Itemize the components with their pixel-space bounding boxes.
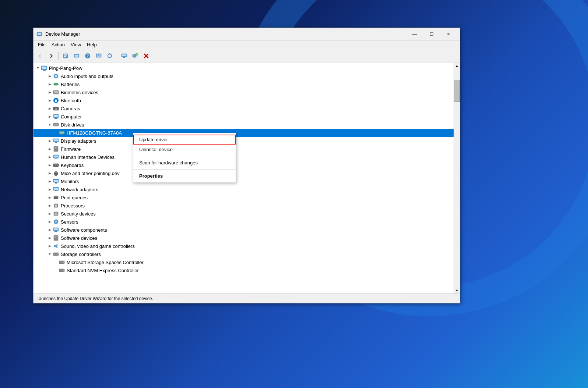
tree-item-sound[interactable]: ▶ Sound, video and game controllers — [34, 242, 454, 250]
tree-item-nvm[interactable]: Standard NVM Express Controller — [34, 266, 454, 274]
svg-rect-68 — [54, 196, 57, 197]
window-controls: — ☐ ✕ — [406, 28, 457, 40]
disk-expand[interactable]: ▼ — [47, 122, 53, 128]
sw-components-expand[interactable]: ▶ — [47, 227, 53, 233]
tree-item-biometric[interactable]: ▶ Biometric devices — [34, 88, 454, 96]
hfm-expand — [53, 130, 59, 136]
tree-root[interactable]: ▼ Ping-Pang-Pow — [34, 64, 454, 72]
tree-panel[interactable]: ▼ Ping-Pang-Pow ▶ — [34, 63, 454, 293]
remove-button[interactable] — [141, 51, 151, 61]
batteries-icon — [53, 81, 59, 87]
display-button[interactable] — [119, 51, 129, 61]
tree-item-firmware[interactable]: ▶ Firmware — [34, 145, 454, 153]
svg-rect-77 — [54, 228, 58, 230]
tree-item-print[interactable]: ▶ Print queues — [34, 193, 454, 202]
minimize-button[interactable]: — — [406, 28, 423, 40]
tree-item-sw-components[interactable]: ▶ Software components — [34, 226, 454, 234]
display-expand[interactable]: ▶ — [47, 138, 53, 144]
ctx-update-driver[interactable]: Update driver — [133, 135, 236, 145]
tree-item-hid[interactable]: ▶ Human Interface Devices — [34, 153, 454, 161]
keyboards-expand[interactable]: ▶ — [47, 162, 53, 168]
close-button[interactable]: ✕ — [440, 28, 457, 40]
tree-item-disk[interactable]: ▼ Disk drives — [34, 121, 454, 129]
tree-item-processors[interactable]: ▶ Processors — [34, 202, 454, 210]
sensors-expand[interactable]: ▶ — [47, 219, 53, 225]
tree-item-bluetooth[interactable]: ▶ ʙ Bluetooth — [34, 96, 454, 104]
svg-point-24 — [55, 75, 57, 77]
tree-item-cameras[interactable]: ▶ Cameras — [34, 104, 454, 113]
tree-item-mice[interactable]: ▶ Mice and other pointing dev — [34, 169, 454, 177]
tree-item-monitors[interactable]: ▶ Monitors — [34, 177, 454, 185]
tree-item-hfm[interactable]: HFM128GDGTNG-87A0A — [34, 129, 454, 137]
network-icon — [53, 186, 59, 192]
hid-expand[interactable]: ▶ — [47, 154, 53, 160]
sw-devices-expand[interactable]: ▶ — [47, 235, 53, 241]
biometric-expand[interactable]: ▶ — [47, 89, 53, 95]
add-driver-button[interactable]: + — [130, 51, 140, 61]
security-expand[interactable]: ▶ — [47, 211, 53, 217]
content-area: ▼ Ping-Pang-Pow ▶ — [34, 63, 460, 293]
ctx-uninstall-device[interactable]: Uninstall device — [133, 145, 236, 154]
tree-item-network[interactable]: ▶ Network adapters — [34, 185, 454, 193]
print-label: Print queues — [61, 195, 88, 200]
scroll-up[interactable]: ▲ — [454, 63, 460, 69]
svg-rect-62 — [54, 180, 58, 182]
tree-item-computer[interactable]: ▶ Computer — [34, 113, 454, 121]
root-expand-icon[interactable]: ▼ — [35, 65, 41, 71]
scan-changes-button[interactable]: ⊞ — [94, 51, 104, 61]
print-expand[interactable]: ▶ — [47, 195, 53, 200]
firmware-expand[interactable]: ▶ — [47, 146, 53, 152]
svg-rect-67 — [54, 196, 58, 199]
forward-button[interactable] — [46, 51, 56, 61]
ctx-scan-hardware[interactable]: Scan for hardware changes — [133, 158, 236, 168]
tree-item-display[interactable]: ▶ Display adapters — [34, 137, 454, 145]
storage-expand[interactable]: ▼ — [47, 251, 53, 257]
audio-icon — [53, 73, 59, 79]
mice-expand[interactable]: ▶ — [47, 170, 53, 176]
monitors-expand[interactable]: ▶ — [47, 178, 53, 184]
svg-point-87 — [63, 261, 64, 263]
back-button[interactable] — [35, 51, 45, 61]
batteries-expand[interactable]: ▶ — [47, 81, 53, 87]
menu-action[interactable]: Action — [49, 41, 68, 48]
svg-rect-66 — [55, 191, 57, 191]
ms-storage-icon — [59, 259, 65, 265]
update-driver-button[interactable] — [71, 51, 82, 61]
scroll-down[interactable]: ▼ — [454, 287, 460, 293]
menu-file[interactable]: File — [35, 41, 49, 48]
cameras-expand[interactable]: ▶ — [47, 106, 53, 111]
title-bar: Device Manager — ☐ ✕ — [34, 28, 460, 40]
svg-rect-36 — [54, 115, 58, 117]
scrollbar[interactable]: ▲ ▼ — [454, 63, 460, 293]
maximize-button[interactable]: ☐ — [423, 28, 440, 40]
network-expand[interactable]: ▶ — [47, 186, 53, 192]
menu-view[interactable]: View — [68, 41, 84, 48]
tree-item-batteries[interactable]: ▶ Batteries — [34, 80, 454, 88]
tree-item-security[interactable]: ▶ Security devices — [34, 210, 454, 218]
tree-item-keyboards[interactable]: ▶ Keyboards — [34, 161, 454, 169]
tree-item-storage[interactable]: ▼ Storage controllers — [34, 250, 454, 258]
computer-expand[interactable]: ▶ — [47, 114, 53, 120]
audio-expand[interactable]: ▶ — [47, 73, 53, 79]
svg-rect-29 — [54, 91, 58, 93]
menu-help[interactable]: Help — [84, 41, 100, 48]
scroll-thumb[interactable] — [454, 80, 460, 102]
refresh-button[interactable] — [105, 51, 115, 61]
help-button[interactable]: ? — [82, 51, 93, 61]
svg-rect-2 — [38, 35, 41, 36]
tree-item-sensors[interactable]: ▶ Sensors — [34, 218, 454, 226]
tree-item-audio[interactable]: ▶ Audio inputs and outputs — [34, 72, 454, 80]
properties-button[interactable] — [60, 51, 71, 61]
tree-item-ms-storage[interactable]: Microsoft Storage Spaces Controller — [34, 258, 454, 266]
processors-expand[interactable]: ▶ — [47, 203, 53, 209]
menu-bar: File Action View Help — [34, 40, 460, 49]
toolbar-sep-2 — [117, 52, 117, 60]
mice-label: Mice and other pointing dev — [61, 171, 120, 176]
sound-expand[interactable]: ▶ — [47, 243, 53, 249]
svg-text:?: ? — [87, 54, 89, 58]
cameras-label: Cameras — [61, 106, 80, 111]
bluetooth-expand[interactable]: ▶ — [47, 97, 53, 103]
tree-item-sw-devices[interactable]: ▶ Software devices — [34, 234, 454, 242]
ctx-properties[interactable]: Properties — [133, 171, 236, 181]
svg-rect-54 — [55, 164, 56, 165]
